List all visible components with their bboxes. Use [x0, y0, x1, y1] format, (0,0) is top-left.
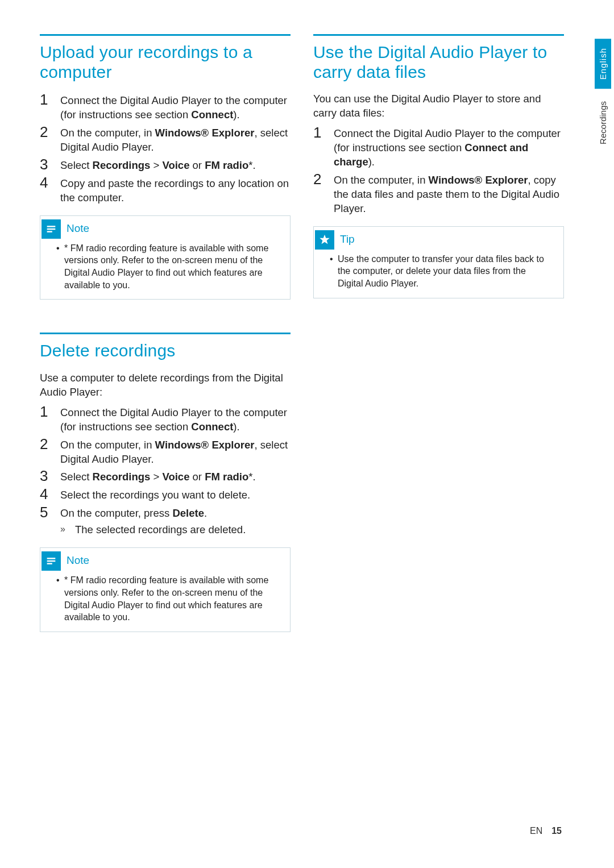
heading-upload: Upload your recordings to a computer — [40, 43, 291, 82]
right-column: Use the Digital Audio Player to carry da… — [313, 34, 580, 649]
step: 4 Copy and paste the recordings to any l… — [40, 175, 291, 205]
carry-intro: You can use the Digital Audio Player to … — [313, 92, 564, 121]
result-arrow-icon: » — [60, 523, 75, 534]
svg-marker-6 — [320, 235, 329, 244]
step-text: On the computer, in Windows® Explorer, c… — [334, 172, 564, 216]
step: 4 Select the recordings you want to dele… — [40, 487, 291, 502]
left-column: Upload your recordings to a computer 1 C… — [40, 34, 291, 649]
step-number: 3 — [40, 468, 60, 484]
step-text: Select the recordings you want to delete… — [60, 487, 250, 502]
step: 1 Connect the Digital Audio Player to th… — [40, 92, 291, 122]
step-number: 2 — [40, 124, 60, 140]
step: 3 Select Recordings > Voice or FM radio*… — [40, 157, 291, 173]
note-label: Note — [67, 554, 89, 567]
footer-page-number: 15 — [551, 826, 562, 836]
step-number: 2 — [313, 172, 334, 187]
step-number: 5 — [40, 505, 60, 520]
heading-delete: Delete recordings — [40, 341, 291, 361]
step-text: Connect the Digital Audio Player to the … — [60, 92, 291, 122]
delete-intro: Use a computer to delete recordings from… — [40, 371, 291, 400]
step-text: On the computer, in Windows® Explorer, s… — [60, 124, 291, 155]
note-item: * FM radio recording feature is availabl… — [56, 242, 280, 291]
tab-section: Recordings — [595, 92, 611, 153]
step-text: Connect the Digital Audio Player to the … — [60, 404, 291, 434]
step-number: 1 — [313, 125, 334, 140]
step-text: Select Recordings > Voice or FM radio*. — [60, 157, 256, 173]
step: 2 On the computer, in Windows® Explorer,… — [313, 172, 564, 216]
tip-label: Tip — [340, 233, 355, 246]
step-text: On the computer, in Windows® Explorer, s… — [60, 437, 291, 467]
step-number: 4 — [40, 175, 60, 190]
note-icon — [42, 551, 61, 571]
section-rule — [40, 333, 291, 334]
carry-steps: 1 Connect the Digital Audio Player to th… — [313, 125, 564, 216]
step-text: Connect the Digital Audio Player to the … — [334, 125, 564, 169]
step-number: 4 — [40, 487, 60, 502]
step-text: Copy and paste the recordings to any loc… — [60, 175, 291, 205]
heading-carry: Use the Digital Audio Player to carry da… — [313, 43, 564, 82]
step-result: » The selected recordings are deleted. — [60, 523, 291, 537]
tab-language: English — [595, 39, 611, 89]
step: 1 Connect the Digital Audio Player to th… — [40, 404, 291, 434]
step: 5 On the computer, press Delete. — [40, 505, 291, 521]
tip-box: Tip Use the computer to transfer your da… — [313, 226, 564, 298]
section-rule — [40, 34, 291, 36]
step-number: 1 — [40, 404, 60, 420]
tip-item: Use the computer to transfer your data f… — [330, 253, 553, 290]
note-label: Note — [67, 222, 89, 235]
note-item: * FM radio recording feature is availabl… — [56, 574, 280, 623]
step: 2 On the computer, in Windows® Explorer,… — [40, 124, 291, 155]
side-tabs: English Recordings — [595, 39, 614, 153]
note-icon — [42, 219, 61, 239]
footer-lang: EN — [530, 826, 542, 836]
step: 1 Connect the Digital Audio Player to th… — [313, 125, 564, 169]
manual-page: English Recordings Upload your recording… — [0, 0, 614, 868]
section-rule — [313, 34, 564, 36]
delete-steps: 1 Connect the Digital Audio Player to th… — [40, 404, 291, 538]
step: 3 Select Recordings > Voice or FM radio*… — [40, 468, 291, 484]
note-box: Note * FM radio recording feature is ava… — [40, 547, 291, 632]
step-number: 2 — [40, 437, 60, 452]
page-footer: EN 15 — [530, 826, 562, 836]
tip-icon — [315, 230, 334, 250]
note-box: Note * FM radio recording feature is ava… — [40, 215, 291, 300]
step-number: 3 — [40, 157, 60, 172]
step: 2 On the computer, in Windows® Explorer,… — [40, 437, 291, 467]
result-text: The selected recordings are deleted. — [75, 523, 246, 537]
step-number: 1 — [40, 92, 60, 107]
upload-steps: 1 Connect the Digital Audio Player to th… — [40, 92, 291, 205]
step-text: On the computer, press Delete. — [60, 505, 207, 521]
step-text: Select Recordings > Voice or FM radio*. — [60, 468, 256, 484]
